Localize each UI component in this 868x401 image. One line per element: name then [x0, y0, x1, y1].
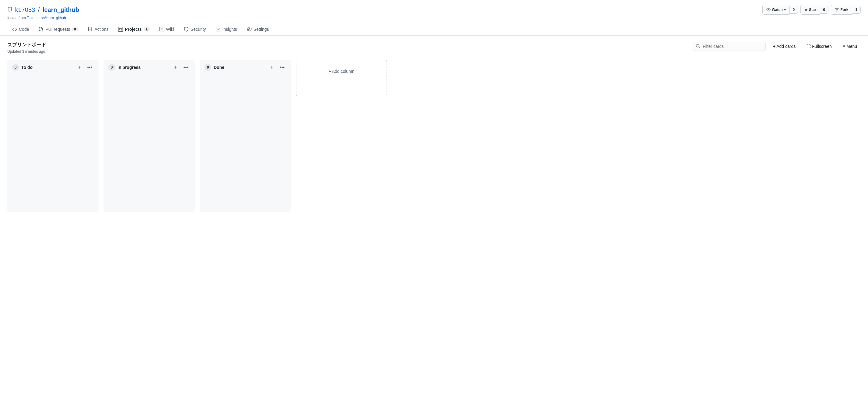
column-in-progress: 0 In progress + •••: [103, 60, 195, 212]
nav-tabs: Code Pull requests 0 Actions Projects 1: [7, 24, 861, 35]
column-header-done: 0 Done + •••: [200, 60, 291, 75]
main-content: スプリントボード Updated 3 minutes ago + Add car…: [0, 36, 868, 218]
column-count-in-progress: 0: [108, 64, 115, 71]
column-name-done: Done: [214, 65, 224, 70]
add-cards-button[interactable]: + Add cards: [769, 42, 799, 50]
tab-insights[interactable]: Insights: [211, 24, 242, 35]
pull-requests-badge: 0: [72, 27, 78, 31]
tab-code-label: Code: [19, 27, 29, 32]
repo-actions: Watch ▾ 0 ★ Star 0 Fork: [763, 5, 861, 15]
column-name-todo: To do: [21, 65, 33, 70]
code-icon: [12, 27, 17, 32]
column-actions-done: + •••: [268, 63, 286, 71]
watch-group: Watch ▾ 0: [763, 5, 798, 15]
project-updated: Updated 3 minutes ago: [7, 49, 46, 54]
project-info: スプリントボード Updated 3 minutes ago: [7, 42, 46, 54]
column-actions-todo: + •••: [75, 63, 94, 71]
fork-group: Fork 1: [831, 5, 861, 15]
search-icon: [696, 44, 700, 49]
repo-owner-link[interactable]: k17053: [15, 6, 35, 13]
project-toolbar: + Add cards Fullscreen ≡ Menu: [693, 42, 861, 51]
fork-count[interactable]: 1: [852, 6, 861, 14]
add-column-label: + Add column: [329, 69, 354, 74]
fullscreen-icon: [807, 44, 811, 49]
repo-name-link[interactable]: learn_github: [42, 6, 79, 13]
settings-icon: [247, 27, 252, 32]
column-title-group-done: 0 Done: [205, 64, 224, 71]
filter-cards-wrap: [693, 42, 766, 51]
eye-icon: [766, 8, 771, 12]
forked-from-link[interactable]: Takumaron/learn_github: [27, 16, 66, 20]
repo-owner-icon: [7, 7, 12, 12]
columns-wrap: 0 To do + ••• 0 In progress + •••: [7, 60, 861, 212]
pull-request-icon: [39, 27, 43, 32]
tab-projects[interactable]: Projects 1: [113, 24, 154, 35]
add-column-button[interactable]: + Add column: [329, 69, 354, 74]
project-title: スプリントボード: [7, 42, 46, 48]
project-header: スプリントボード Updated 3 minutes ago + Add car…: [7, 42, 861, 54]
insights-icon: [216, 27, 221, 32]
add-cards-label: + Add cards: [773, 44, 796, 49]
tab-security[interactable]: Security: [179, 24, 211, 35]
star-count[interactable]: 0: [820, 6, 829, 14]
column-add-button-done[interactable]: +: [268, 63, 276, 71]
menu-button[interactable]: ≡ Menu: [839, 42, 861, 50]
watch-button[interactable]: Watch ▾: [763, 5, 789, 15]
projects-badge: 1: [144, 27, 150, 31]
menu-icon: ≡: [843, 44, 845, 49]
column-name-in-progress: In progress: [118, 65, 141, 70]
security-icon: [184, 27, 189, 32]
watch-label: Watch: [772, 7, 783, 13]
column-title-group-in-progress: 0 In progress: [108, 64, 141, 71]
tab-wiki[interactable]: Wiki: [155, 24, 179, 35]
column-done: 0 Done + •••: [200, 60, 291, 212]
star-label: Star: [809, 7, 816, 13]
filter-cards-input[interactable]: [693, 42, 766, 51]
tab-actions[interactable]: Actions: [83, 24, 113, 35]
fork-icon: [835, 8, 839, 12]
star-group: ★ Star 0: [800, 5, 829, 15]
tab-actions-label: Actions: [94, 27, 108, 32]
column-actions-in-progress: + •••: [172, 63, 190, 71]
column-title-group-todo: 0 To do: [12, 64, 33, 71]
tab-projects-label: Projects: [125, 27, 142, 32]
tab-code[interactable]: Code: [7, 24, 34, 35]
tab-pull-requests-label: Pull requests: [45, 27, 70, 32]
wiki-icon: [159, 27, 164, 32]
fork-button[interactable]: Fork: [831, 5, 852, 15]
tab-wiki-label: Wiki: [166, 27, 174, 32]
star-button[interactable]: ★ Star: [800, 5, 819, 15]
forked-from: forked from Takumaron/learn_github: [7, 16, 861, 20]
projects-icon: [118, 27, 123, 32]
tab-settings[interactable]: Settings: [242, 24, 274, 35]
column-count-done: 0: [205, 64, 211, 71]
column-add-button-todo[interactable]: +: [75, 63, 83, 71]
tab-pull-requests[interactable]: Pull requests 0: [34, 24, 83, 35]
fullscreen-button[interactable]: Fullscreen: [803, 42, 835, 50]
actions-icon: [88, 27, 93, 32]
watch-count[interactable]: 0: [789, 6, 798, 14]
column-header-todo: 0 To do + •••: [7, 60, 99, 75]
column-add-button-in-progress[interactable]: +: [172, 63, 180, 71]
fork-label: Fork: [840, 7, 848, 13]
column-count-todo: 0: [12, 64, 19, 71]
tab-insights-label: Insights: [222, 27, 237, 32]
column-menu-button-todo[interactable]: •••: [86, 63, 94, 71]
column-header-in-progress: 0 In progress + •••: [103, 60, 195, 75]
column-todo: 0 To do + •••: [7, 60, 99, 212]
repo-separator: /: [38, 6, 40, 13]
tab-security-label: Security: [190, 27, 206, 32]
column-menu-button-in-progress[interactable]: •••: [182, 63, 190, 71]
tab-settings-label: Settings: [253, 27, 269, 32]
fullscreen-label: Fullscreen: [812, 44, 832, 49]
column-menu-button-done[interactable]: •••: [278, 63, 286, 71]
add-column: + Add column: [296, 60, 387, 96]
star-icon: ★: [804, 7, 808, 13]
watch-chevron-icon: ▾: [784, 7, 786, 13]
menu-label: Menu: [846, 44, 857, 49]
